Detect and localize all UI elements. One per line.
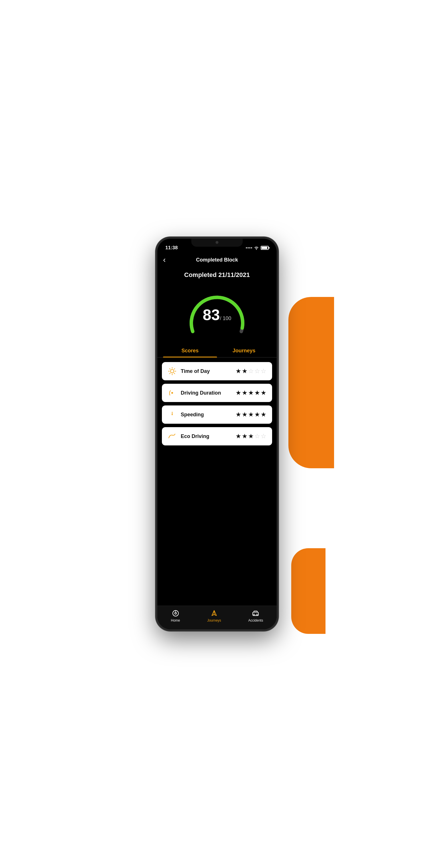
tab-scores[interactable]: Scores bbox=[163, 344, 217, 357]
phone-screen: 11:38 ‹ Com bbox=[157, 239, 277, 629]
star-5: ★ bbox=[261, 411, 267, 418]
driving-duration-label: Driving Duration bbox=[181, 390, 231, 396]
nav-item-home[interactable]: Home bbox=[171, 609, 180, 622]
star-1: ★ bbox=[236, 433, 241, 440]
star-5: ☆ bbox=[261, 368, 267, 375]
star-4: ★ bbox=[254, 389, 260, 397]
speeding-stars: ★ ★ ★ ★ ★ bbox=[236, 411, 267, 418]
journeys-icon bbox=[210, 609, 218, 617]
nav-label-accidents: Accidents bbox=[248, 618, 263, 622]
time-of-day-stars: ★ ★ ☆ ☆ ☆ bbox=[236, 368, 267, 375]
svg-line-6 bbox=[174, 373, 175, 374]
star-5: ★ bbox=[261, 389, 267, 397]
speeding-label: Speeding bbox=[181, 412, 231, 418]
bottom-nav: Home Journeys bbox=[157, 606, 277, 629]
time-of-day-label: Time of Day bbox=[181, 368, 231, 374]
battery-icon bbox=[261, 246, 269, 250]
star-3: ★ bbox=[248, 411, 254, 418]
tab-journeys[interactable]: Journeys bbox=[217, 344, 271, 357]
driving-duration-stars: ★ ★ ★ ★ ★ bbox=[236, 389, 267, 397]
accidents-icon bbox=[252, 609, 259, 617]
eco-driving-icon bbox=[167, 432, 177, 441]
time-of-day-icon bbox=[167, 367, 177, 376]
star-2: ★ bbox=[242, 411, 248, 418]
back-button[interactable]: ‹ bbox=[163, 255, 175, 265]
star-3: ★ bbox=[248, 433, 254, 440]
star-3: ☆ bbox=[248, 368, 254, 375]
eco-driving-label: Eco Driving bbox=[181, 433, 231, 439]
star-4: ☆ bbox=[254, 433, 260, 440]
score-item-driving-duration[interactable]: Driving Duration ★ ★ ★ ★ ★ bbox=[162, 384, 272, 402]
svg-line-7 bbox=[174, 369, 175, 369]
star-4: ☆ bbox=[254, 368, 260, 375]
side-button-right bbox=[277, 296, 278, 319]
phone-notch bbox=[191, 239, 243, 247]
svg-point-9 bbox=[171, 392, 173, 394]
star-2: ★ bbox=[242, 389, 248, 397]
home-icon bbox=[172, 609, 180, 617]
orange-blob-bottom-right bbox=[291, 548, 326, 634]
phone-frame: 11:38 ‹ Com bbox=[156, 237, 278, 631]
gauge-score: 83/ 100 bbox=[203, 307, 231, 322]
star-1: ★ bbox=[236, 411, 241, 418]
wifi-icon bbox=[254, 246, 259, 250]
nav-item-journeys[interactable]: Journeys bbox=[207, 609, 221, 622]
nav-label-journeys: Journeys bbox=[207, 618, 221, 622]
star-1: ★ bbox=[236, 368, 241, 375]
gauge-max: / 100 bbox=[220, 315, 231, 321]
star-2: ★ bbox=[242, 368, 248, 375]
eco-driving-stars: ★ ★ ★ ☆ ☆ bbox=[236, 433, 267, 440]
svg-point-18 bbox=[256, 614, 258, 616]
score-item-speeding[interactable]: Speeding ★ ★ ★ ★ ★ bbox=[162, 405, 272, 424]
status-time: 11:38 bbox=[165, 245, 178, 251]
page-title: Completed Block bbox=[175, 257, 259, 263]
star-2: ★ bbox=[242, 433, 248, 440]
nav-item-accidents[interactable]: Accidents bbox=[248, 609, 263, 622]
status-icons bbox=[246, 246, 269, 250]
score-item-eco-driving[interactable]: Eco Driving ★ ★ ★ ☆ ☆ bbox=[162, 427, 272, 445]
tabs-container: Scores Journeys bbox=[157, 344, 277, 358]
orange-blob-right bbox=[288, 297, 334, 468]
score-item-time-of-day[interactable]: Time of Day ★ ★ ☆ ☆ ☆ bbox=[162, 362, 272, 380]
score-items: Time of Day ★ ★ ☆ ☆ ☆ bbox=[157, 362, 277, 445]
scroll-content: Completed 21/11/2021 83/ 10 bbox=[157, 267, 277, 606]
driving-duration-icon bbox=[167, 388, 177, 398]
svg-point-0 bbox=[170, 369, 174, 373]
nav-label-home: Home bbox=[171, 618, 180, 622]
app-header: ‹ Completed Block bbox=[157, 253, 277, 267]
signal-dots-icon bbox=[246, 247, 252, 248]
star-5: ☆ bbox=[261, 433, 267, 440]
star-4: ★ bbox=[254, 411, 260, 418]
page-wrapper: 11:38 ‹ Com bbox=[108, 217, 326, 651]
speeding-icon bbox=[167, 410, 177, 419]
camera-dot bbox=[216, 241, 218, 244]
gauge-wrapper: 83/ 100 bbox=[186, 287, 248, 339]
gauge-number: 83 bbox=[203, 306, 220, 323]
gauge-container: 83/ 100 bbox=[157, 284, 277, 344]
star-3: ★ bbox=[248, 389, 254, 397]
svg-point-13 bbox=[175, 613, 177, 614]
svg-line-8 bbox=[169, 373, 170, 374]
completed-date: Completed 21/11/2021 bbox=[157, 267, 277, 284]
star-1: ★ bbox=[236, 389, 241, 397]
svg-line-5 bbox=[169, 369, 170, 369]
svg-point-17 bbox=[253, 614, 255, 616]
